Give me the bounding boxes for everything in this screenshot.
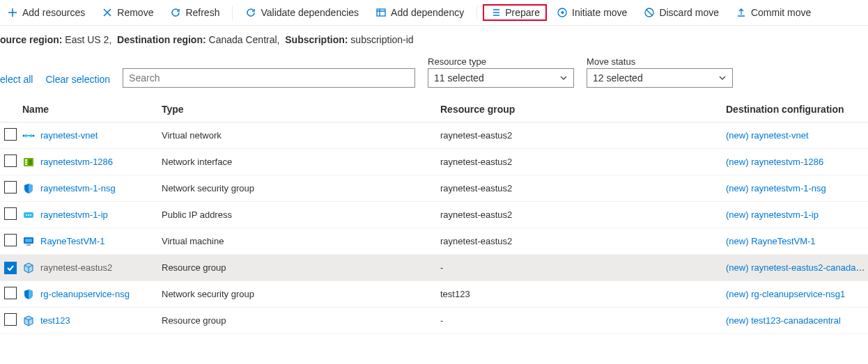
resource-link[interactable]: rg-cleanupservice-nsg [40, 289, 130, 299]
rg-cell: raynetest-eastus2 [437, 152, 723, 171]
resource-link[interactable]: raynetest-vnet [40, 130, 98, 141]
col-type[interactable]: Type [159, 100, 437, 119]
row-checkbox[interactable] [4, 262, 17, 274]
rg-cell: raynetest-eastus2 [437, 205, 723, 224]
row-checkbox[interactable] [4, 313, 17, 326]
clear-selection-link[interactable]: Clear selection [45, 74, 110, 88]
arrow-right-circle-icon [557, 7, 568, 18]
table-row[interactable]: raynetestvm-1-ipPublic IP addressraynete… [0, 202, 868, 228]
table-row[interactable]: rg-cleanupservice-nsgNetwork security gr… [0, 281, 868, 308]
destination-link[interactable]: raynetest-vnet [751, 130, 808, 141]
svg-point-4 [33, 134, 35, 136]
chevron-down-icon [559, 74, 568, 82]
svg-point-12 [28, 214, 29, 216]
type-cell: Virtual machine [159, 232, 437, 251]
type-cell: Public IP address [159, 205, 437, 224]
destination-link[interactable]: rg-cleanupservice-nsg1 [751, 289, 845, 299]
type-cell: Virtual network [159, 126, 437, 145]
resource-link[interactable]: test123 [40, 315, 70, 326]
resource-type-label: Resource type [428, 56, 574, 67]
row-checkbox[interactable] [4, 287, 17, 299]
col-dest[interactable]: Destination configuration [723, 100, 868, 119]
table-row[interactable]: raynetestvm-1286Network interfaceraynete… [0, 149, 868, 175]
separator [232, 6, 233, 19]
rg-cell: raynetest-eastus2 [437, 126, 723, 145]
resource-type-dropdown[interactable]: 11 selected [428, 68, 574, 88]
chevron-down-icon [718, 74, 727, 82]
col-name[interactable]: Name [20, 100, 159, 119]
plus-icon [7, 7, 18, 18]
row-checkbox[interactable] [4, 207, 17, 220]
validate-dependencies-button[interactable]: Validate dependencies [238, 4, 366, 21]
svg-rect-8 [25, 164, 27, 165]
col-rg[interactable]: Resource group [437, 100, 723, 119]
destination-link[interactable]: RayneTestVM-1 [751, 236, 815, 246]
table-row[interactable]: RayneTestVM-1Virtual machineraynetest-ea… [0, 228, 868, 255]
svg-point-3 [23, 134, 25, 136]
row-checkbox[interactable] [4, 234, 17, 246]
rg-cell: raynetest-eastus2 [437, 232, 723, 251]
svg-rect-15 [25, 239, 32, 242]
resource-link[interactable]: raynetestvm-1-ip [40, 209, 108, 220]
destination-link[interactable]: raynetest-eastus2-canadacentral [751, 262, 868, 273]
rg-cell: - [437, 258, 723, 277]
destination-link[interactable]: raynetestvm-1-nsg [751, 183, 826, 193]
rg-cell: - [437, 311, 723, 330]
upload-icon [736, 7, 747, 18]
rg-cell: raynetest-eastus2 [437, 179, 723, 198]
type-cell: Resource group [159, 258, 437, 277]
svg-rect-0 [377, 9, 385, 16]
region-info: ource region: East US 2, Destination reg… [0, 26, 868, 51]
resource-link[interactable]: raynetestvm-1-nsg [40, 183, 116, 193]
move-status-dropdown[interactable]: 12 selected [587, 68, 733, 88]
nsg-icon [22, 288, 35, 301]
resource-link[interactable]: RayneTestVM-1 [40, 236, 104, 246]
add-dependency-icon [375, 7, 387, 18]
destination-link[interactable]: test123-canadacentral [751, 315, 841, 326]
table-header: Name Type Resource group Destination con… [0, 96, 868, 122]
search-input[interactable] [123, 68, 415, 88]
table-row[interactable]: raynetest-vnetVirtual networkraynetest-e… [0, 122, 868, 149]
nic-icon [22, 156, 35, 168]
rg-cell: test123 [437, 285, 723, 303]
resource-link[interactable]: raynetest-eastus2 [40, 262, 112, 273]
prepare-button[interactable]: Prepare [483, 4, 547, 21]
table-row[interactable]: raynetest-eastus2Resource group-(new) ra… [0, 255, 868, 281]
vm-icon [22, 235, 35, 248]
discard-move-button[interactable]: Discard move [637, 4, 726, 21]
command-bar: Add resources Remove Refresh Validate de… [0, 0, 868, 26]
row-checkbox[interactable] [4, 155, 17, 167]
remove-button[interactable]: Remove [95, 4, 160, 21]
resource-link[interactable]: raynetestvm-1286 [40, 157, 113, 167]
destination-link[interactable]: raynetestvm-1286 [751, 157, 823, 167]
type-cell: Resource group [159, 311, 437, 330]
list-icon [490, 7, 501, 18]
refresh-icon [170, 7, 181, 18]
row-checkbox[interactable] [4, 181, 17, 193]
type-cell: Network security group [159, 179, 437, 198]
pip-icon [22, 209, 35, 221]
initiate-move-button[interactable]: Initiate move [550, 4, 634, 21]
nsg-icon [22, 182, 35, 195]
add-dependency-button[interactable]: Add dependency [369, 4, 471, 21]
row-checkbox[interactable] [4, 128, 17, 141]
destination-link[interactable]: raynetestvm-1-ip [751, 209, 819, 220]
svg-point-11 [26, 214, 27, 216]
move-status-label: Move status [587, 56, 733, 67]
svg-point-13 [30, 214, 31, 216]
type-cell: Network interface [159, 152, 437, 171]
svg-rect-9 [29, 159, 32, 165]
add-resources-button[interactable]: Add resources [0, 4, 92, 21]
resources-table: Name Type Resource group Destination con… [0, 96, 868, 334]
refresh-button[interactable]: Refresh [163, 4, 226, 21]
table-row[interactable]: raynetestvm-1-nsgNetwork security groupr… [0, 175, 868, 202]
table-row[interactable]: test123Resource group-(new) test123-cana… [0, 308, 868, 334]
svg-rect-7 [25, 161, 27, 163]
refresh-icon [245, 7, 256, 18]
select-all-link[interactable]: elect all [0, 74, 33, 88]
prohibit-icon [644, 7, 655, 18]
rg-icon [22, 262, 35, 274]
commit-move-button[interactable]: Commit move [729, 4, 818, 21]
svg-rect-6 [25, 159, 27, 161]
filter-bar: elect all Clear selection Resource type … [0, 51, 868, 96]
